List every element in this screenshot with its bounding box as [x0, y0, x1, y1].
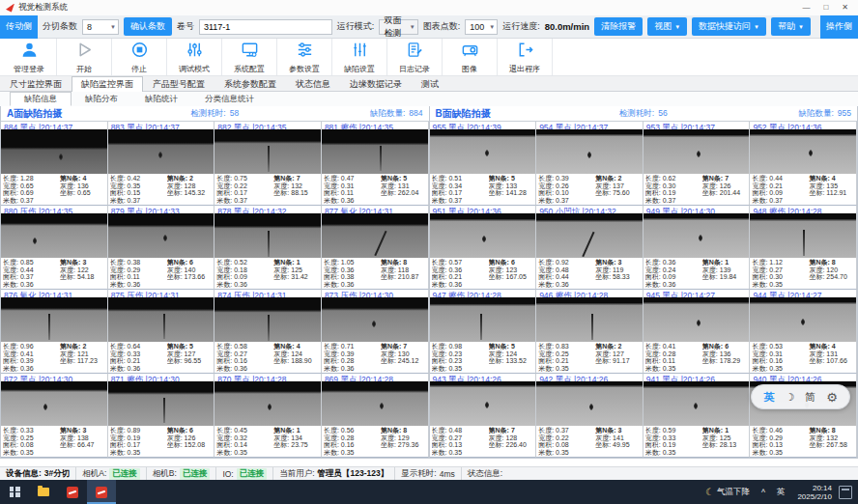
camera-b-status: 已连接 — [180, 468, 211, 480]
defect-cell[interactable]: 944 黑点 |20:14:27 长度:0.53宽度:0.31面积:0.16米数… — [750, 290, 857, 374]
gear-icon[interactable]: ⚙ — [826, 391, 838, 404]
defect-cell[interactable]: 874 压伤 |20:14:31 长度:0.58宽度:0.27面积:0.16米数… — [214, 290, 322, 374]
defect-cell[interactable]: 941 黑点 |20:14:26 长度:0.59宽度:0.33面积:0.19米数… — [644, 374, 751, 458]
defect-cell[interactable]: 950 小凹坑 |20:14:32 长度:0.92宽度:0.48面积:0.44米… — [536, 206, 644, 290]
defect-cell[interactable]: 945 黑点 |20:14:27 长度:0.41宽度:0.28面积:0.11米数… — [644, 290, 751, 374]
tray-chevron[interactable]: ^ — [756, 480, 771, 504]
defect-cell[interactable]: 946 擦伤 |20:14:28 长度:0.83宽度:0.25面积:0.21米数… — [536, 290, 644, 374]
operation-side-button[interactable]: 操作侧 — [820, 15, 858, 39]
defect-cell[interactable]: 947 擦伤 |20:14:28 长度:0.98宽度:0.23面积:0.23米数… — [430, 290, 537, 374]
defect-cell[interactable]: 948 擦伤 |20:14:28 长度:1.12宽度:0.27面积:0.30米数… — [750, 206, 857, 290]
file-explorer-button[interactable] — [29, 480, 58, 504]
defect-cell[interactable]: 877 氧化 |20:14:31 长度:1.05宽度:0.36面积:0.38米数… — [322, 206, 429, 290]
defect-cell[interactable]: 881 擦伤 |20:14:35 长度:0.47宽度:0.31面积:0.11米数… — [322, 122, 429, 206]
detail-value: 117.23 — [77, 357, 98, 364]
detail-value: 130 — [398, 350, 410, 357]
detail-value: 0.28 — [341, 434, 355, 441]
detail-value: 0.14 — [234, 441, 247, 448]
confirm-count-button[interactable]: 确认条数 — [124, 17, 172, 36]
defect-cell[interactable]: 949 黑点 |20:14:30 长度:0.36宽度:0.24面积:0.09米数… — [644, 206, 751, 290]
transmission-side-button[interactable]: 传动侧 — [0, 15, 38, 39]
detail-value: 8 — [403, 427, 407, 434]
start-button[interactable] — [0, 480, 29, 504]
tab-edge-data-record[interactable]: 边缘数据记录 — [340, 76, 412, 91]
defect-cell[interactable]: 882 黑点 |20:14:35 长度:0.75宽度:0.22面积:0.17米数… — [214, 122, 322, 206]
detail-value: 0.11 — [663, 357, 675, 364]
defect-cell[interactable]: 943 黑点 |20:14:26 长度:0.48宽度:0.27面积:0.13米数… — [430, 374, 537, 458]
defect-cell[interactable]: 951 黑点 |20:14:36 长度:0.57宽度:0.36面积:0.21米数… — [430, 206, 537, 290]
log-record-button[interactable]: 日志记录 — [387, 39, 443, 75]
detail-label: 面积: — [645, 357, 661, 364]
defect-cell[interactable]: 870 黑点 |20:14:28 长度:0.45宽度:0.32面积:0.14米数… — [214, 374, 322, 458]
defect-monitor-content: A面缺陷拍摄 检测耗时:58 缺陷数量:884 884 黑点 |20:14:37… — [0, 106, 858, 459]
tab-system-param-config[interactable]: 系统参数配置 — [214, 76, 286, 91]
detail-value: 128 — [185, 182, 196, 189]
image-button[interactable]: 图像 — [443, 39, 498, 75]
defect-cell[interactable]: 954 黑点 |20:14:37 长度:0.39宽度:0.26面积:0.10米数… — [536, 122, 644, 206]
defect-image — [536, 213, 643, 258]
defect-cell[interactable]: 942 黑点 |20:14:26 长度:0.37宽度:0.22面积:0.08米数… — [536, 374, 644, 458]
tab-size-monitor[interactable]: 尺寸监控界面 — [0, 76, 72, 91]
tab-status-info[interactable]: 状态信息 — [286, 76, 340, 91]
detail-label: 坐标: — [489, 273, 504, 280]
weather-widget[interactable]: ☾ 气温下降 — [700, 480, 756, 504]
param-settings-button[interactable]: 参数设置 — [277, 39, 332, 75]
roll-number-input[interactable] — [199, 19, 332, 35]
run-mode-select[interactable]: 双面检测 ▼ — [379, 19, 417, 35]
input-language-indicator[interactable]: 英 — [771, 480, 791, 504]
help-menu-button[interactable]: 帮助▼ — [771, 17, 811, 36]
view-menu-button[interactable]: 视图▼ — [647, 17, 687, 36]
defect-settings-button[interactable]: 缺陷设置 — [332, 39, 387, 75]
subtab-class-info-stats[interactable]: 分类信息统计 — [191, 93, 268, 106]
defect-cell[interactable]: 878 黑点 |20:14:32 长度:0.52宽度:0.18面积:0.09米数… — [214, 206, 322, 290]
minimize-button[interactable]: — — [802, 0, 810, 15]
defect-cell[interactable]: 876 氧化 |20:14:31 长度:0.96宽度:0.41面积:0.39米数… — [1, 290, 108, 374]
tab-defect-monitor[interactable]: 缺陷监控界面 — [72, 76, 143, 92]
lang-english-toggle[interactable]: 英 — [763, 392, 774, 403]
running-app-button[interactable] — [87, 480, 116, 504]
app-shortcut-button[interactable] — [58, 480, 87, 504]
detail-label: 米数: — [324, 365, 339, 372]
detail-value: 0.31 — [769, 350, 783, 357]
theme-moon-icon[interactable]: ☽ — [785, 392, 794, 403]
tab-product-model-config[interactable]: 产品型号配置 — [143, 76, 214, 91]
notification-center-icon[interactable] — [839, 486, 852, 499]
defect-cell[interactable]: 871 擦伤 |20:14:30 长度:0.89宽度:0.19面积:0.17米数… — [108, 374, 215, 458]
data-quick-access-menu-button[interactable]: 数据快捷访问▼ — [692, 17, 766, 36]
detail-value: 127 — [185, 350, 196, 357]
defect-cell[interactable]: 872 黑点 |20:14:30 长度:0.33宽度:0.25面积:0.08米数… — [1, 374, 108, 458]
system-config-button[interactable]: 系统配置 — [222, 39, 277, 75]
detail-value: 4 — [832, 343, 836, 350]
subtab-defect-distribution[interactable]: 缺陷分布 — [72, 93, 131, 106]
detail-label: 灰度: — [60, 434, 75, 441]
defect-cell[interactable]: 879 黑点 |20:14:33 长度:0.38宽度:0.29面积:0.11米数… — [108, 206, 215, 290]
defect-cell[interactable]: 883 黑点 |20:14:37 长度:0.42宽度:0.35面积:0.15米数… — [108, 122, 215, 206]
defect-cell[interactable]: 955 黑点 |20:14:39 长度:0.51宽度:0.34面积:0.17米数… — [430, 122, 537, 206]
tab-test[interactable]: 测试 — [412, 76, 448, 91]
close-button[interactable]: ✕ — [842, 0, 848, 15]
defect-cell[interactable]: 953 黑点 |20:14:37 长度:0.62宽度:0.30面积:0.19米数… — [644, 122, 751, 206]
detail-label: 面积: — [752, 273, 767, 280]
clear-alarm-button[interactable]: 清除报警 — [594, 17, 643, 36]
defect-cell[interactable]: 869 黑点 |20:14:28 长度:0.56宽度:0.28面积:0.16米数… — [322, 374, 429, 458]
admin-login-button[interactable]: 管理登录 — [2, 39, 57, 75]
debug-mode-button[interactable]: 调试模式 — [167, 39, 222, 75]
chart-points-select[interactable]: 100 ▼ — [465, 19, 498, 35]
lang-simplified-toggle[interactable]: 简 — [805, 392, 815, 403]
slit-count-select[interactable]: 8 ▼ — [82, 19, 119, 35]
stop-button[interactable]: 停止 — [112, 39, 167, 75]
exit-program-button[interactable]: 退出程序 — [498, 39, 553, 75]
taskbar-clock[interactable]: 20:14 2025/2/10 — [790, 484, 839, 501]
defect-cell[interactable]: 880 压伤 |20:14:35 长度:0.85宽度:0.44面积:0.37米数… — [1, 206, 108, 290]
detail-value: 119 — [613, 266, 623, 273]
defect-cell[interactable]: 875 压伤 |20:14:31 长度:0.64宽度:0.33面积:0.21米数… — [108, 290, 215, 374]
maximize-button[interactable]: □ — [823, 0, 828, 15]
defect-cell[interactable]: 952 黑点 |20:14:36 长度:0.44宽度:0.21面积:0.09米数… — [750, 122, 857, 206]
defect-cell[interactable]: 873 压伤 |20:14:30 长度:0.71宽度:0.39面积:0.28米数… — [322, 290, 429, 374]
chevron-down-icon: ▼ — [754, 24, 759, 30]
start-button[interactable]: 开始 — [57, 39, 112, 75]
subtab-defect-stats[interactable]: 缺陷统计 — [131, 93, 191, 106]
subtab-defect-info[interactable]: 缺陷信息 — [10, 92, 72, 106]
defect-cell[interactable]: 884 黑点 |20:14:37 长度:1.28宽度:0.65面积:0.69米数… — [1, 122, 108, 206]
detail-label: 面积: — [432, 189, 447, 196]
